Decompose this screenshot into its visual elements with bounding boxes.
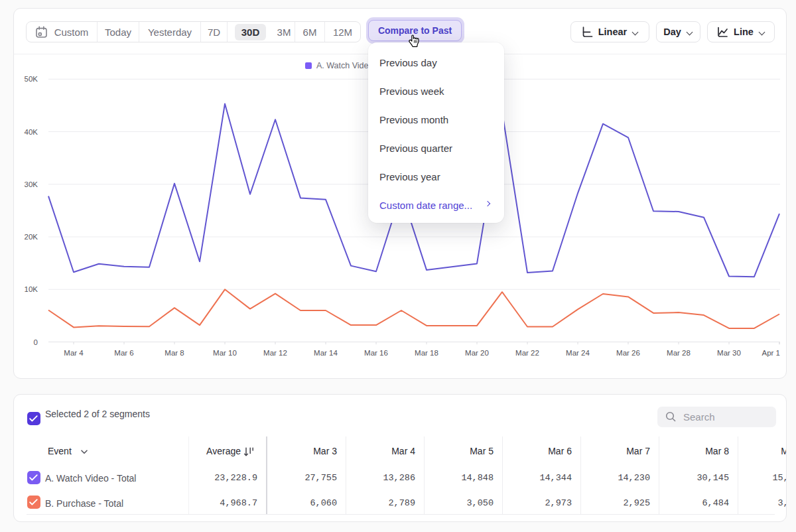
svg-text:Mar 18: Mar 18 bbox=[415, 349, 438, 357]
svg-text:Mar 10: Mar 10 bbox=[213, 349, 237, 357]
svg-text:Mar 26: Mar 26 bbox=[616, 349, 640, 357]
svg-text:Mar 6: Mar 6 bbox=[114, 349, 133, 357]
svg-text:Mar 28: Mar 28 bbox=[667, 349, 691, 357]
svg-text:50K: 50K bbox=[25, 75, 38, 83]
svg-text:Mar 8: Mar 8 bbox=[165, 349, 184, 357]
svg-text:Mar 14: Mar 14 bbox=[314, 349, 338, 357]
svg-text:0: 0 bbox=[34, 338, 38, 346]
svg-text:40K: 40K bbox=[25, 128, 38, 136]
svg-text:Mar 12: Mar 12 bbox=[263, 349, 287, 357]
svg-text:Mar 16: Mar 16 bbox=[364, 349, 388, 357]
svg-text:Mar 4: Mar 4 bbox=[64, 349, 84, 357]
svg-text:Mar 22: Mar 22 bbox=[515, 349, 539, 357]
svg-text:Mar 30: Mar 30 bbox=[717, 349, 741, 357]
svg-text:20K: 20K bbox=[25, 233, 38, 241]
svg-text:30K: 30K bbox=[25, 180, 38, 188]
svg-text:Apr 1: Apr 1 bbox=[762, 349, 781, 357]
svg-text:Mar 24: Mar 24 bbox=[566, 349, 590, 357]
svg-text:Mar 20: Mar 20 bbox=[465, 349, 489, 357]
svg-text:10K: 10K bbox=[25, 285, 38, 293]
